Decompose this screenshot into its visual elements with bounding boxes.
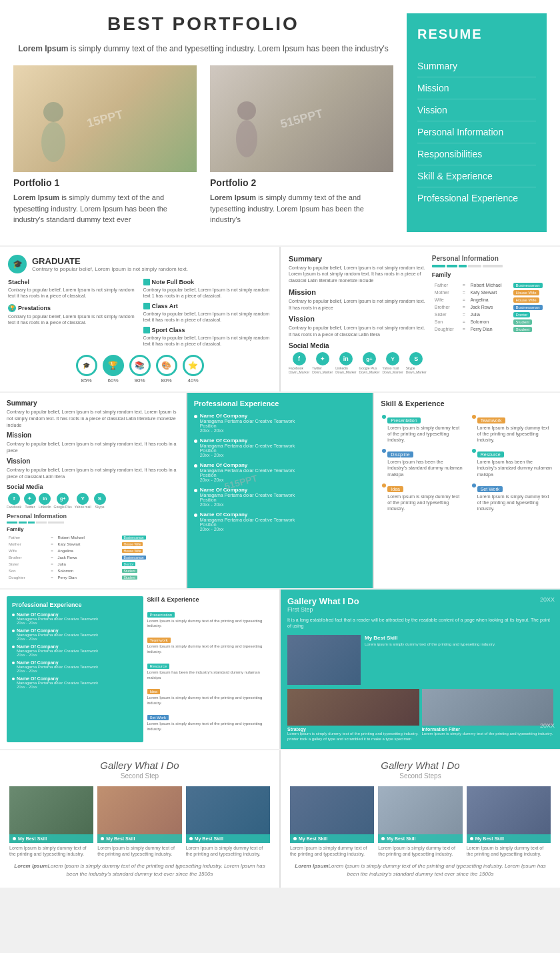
- sr-social-tw: ✦ Twitter: [24, 493, 36, 509]
- exp-item-1: Name Of Company Managama Pertama dolar C…: [194, 413, 367, 433]
- graduate-col-left: Stachel Contrary to popular belief, Lore…: [8, 279, 137, 351]
- gwid-year1: 20XX: [540, 596, 555, 603]
- skills-col-left: Presentation Lorem Ipsum is simply dummy…: [381, 413, 463, 516]
- daughter-badge: Student: [513, 327, 533, 332]
- pe2-item-4: Name Of Company Managama Pertama dolar C…: [12, 660, 138, 673]
- gallery1-skill-2: My Best Skill: [106, 836, 135, 841]
- teal-bar-seg-3: [459, 265, 467, 267]
- gallery2-grid: My Best Skill Lorem Ipsum is simply dumm…: [290, 786, 551, 857]
- gwid-filter-label: Information Filter: [422, 727, 554, 732]
- gallery2-step: Second Steps: [290, 772, 551, 780]
- gallery1-step: Second Step: [9, 772, 270, 780]
- subtitle-bold: Lorem Ipsum: [18, 44, 68, 53]
- mother-badge: House Wife: [513, 290, 539, 295]
- sidebar-item-vission[interactable]: Vission: [417, 99, 536, 121]
- sr-vission-text: Contrary to popular belief, Lorem Ipsum …: [7, 467, 179, 480]
- classart-text: Contrary to popular belief, Lorem Ipsum …: [143, 311, 272, 323]
- skill-badge-resource: Resource: [477, 451, 504, 457]
- skill-idea: Idea Lorem Ipsum is simply dummy text of…: [381, 482, 463, 512]
- header-subtitle: Lorem Ipsum is simply dummy text of the …: [13, 43, 393, 55]
- skill-dot-5: [382, 484, 386, 488]
- gallery2-item-1: My Best Skill Lorem Ipsum is simply dumm…: [290, 786, 374, 857]
- slide-row-2: Summary Contrary to popular belief, Lore…: [0, 393, 560, 588]
- skill-badge-presentation: Presentation: [387, 417, 420, 423]
- graduate-slide: 🎓 GRADUATE Contrary to popular belief, L…: [0, 247, 279, 392]
- skill-dot-1: [382, 415, 386, 419]
- exp-dot-4: [194, 489, 197, 492]
- sr-googleplus-icon: g+: [57, 493, 69, 505]
- progress-item-4: 🎨 80%: [156, 355, 177, 383]
- stachel-title: Stachel: [8, 279, 137, 285]
- sr-vission-title: Vission: [7, 457, 179, 465]
- sidebar-item-summary[interactable]: Summary: [417, 55, 536, 77]
- gallery1-item-3: My Best Skill Lorem Ipsum is simply dumm…: [186, 786, 270, 857]
- social-facebook: f FacebookDown_Marker: [289, 352, 309, 374]
- gallery1-desc-1: Lorem Ipsum is simply dummy text of the …: [9, 845, 93, 857]
- googleplus-icon: g+: [363, 352, 376, 365]
- sr-twitter-icon: ✦: [24, 493, 36, 505]
- sr-social-title: Social Media: [7, 484, 179, 490]
- page-title: BEST PORTFOLIO: [13, 13, 393, 35]
- exp-item-4: Name Of Company Managama Pertama dolar C…: [194, 487, 367, 507]
- sr-personal-info: Personal Information Family Father=Rober…: [7, 513, 179, 582]
- skill-dot-3: [382, 449, 386, 453]
- gallery2-footer-bold: Lorem Ipsum: [295, 863, 328, 869]
- gwid-skill-label: My Best Skill: [365, 635, 495, 641]
- sidebar-item-skill-experience[interactable]: Skill & Experience: [417, 165, 536, 187]
- prof-exp-slide: Professional Experience Name Of Company …: [187, 393, 373, 588]
- gallery1-item-1: My Best Skill Lorem Ipsum is simply dumm…: [9, 786, 93, 857]
- gwid-strategy-text: Lorem Ipsum is simply dummy text of the …: [287, 732, 419, 742]
- progress-label-3: 90%: [134, 377, 145, 383]
- sidebar-item-responsibilities[interactable]: Responsibilities: [417, 143, 536, 165]
- resume-sidebar: RESUME Summary Mission Vission Personal …: [407, 13, 547, 232]
- gwid-main-image: [287, 635, 361, 685]
- skill2-setwork: Set Work Lorem Ipsum is simply dummy tex…: [147, 710, 273, 732]
- facebook-label: FacebookDown_Marker: [289, 366, 309, 374]
- pe2-item-1: Name Of Company Managama Pertama dolar C…: [12, 612, 138, 625]
- progress-circle-5: ⭐: [183, 355, 204, 376]
- son-badge: Student: [513, 319, 533, 325]
- gwid-year2: 20XX: [540, 722, 555, 729]
- exp-dot-2: [194, 439, 197, 443]
- notebook-icon: [143, 279, 150, 285]
- progress-label-4: 80%: [161, 377, 171, 383]
- gwid-strategy-label: Strategy: [287, 727, 419, 732]
- gallery-left: Gallery What I Do Second Step My Best Sk…: [0, 750, 279, 888]
- portfolio-grid: 15PPT Portfolio 1 Lorem Ipsum is simply …: [13, 65, 393, 225]
- classart-icon: [143, 303, 150, 309]
- sr-social-gp: g+ Google Plus: [54, 493, 72, 509]
- family-row-mother: Mother = Katy Stewart House Wife: [433, 289, 551, 295]
- slide-row-1: 🎓 GRADUATE Contrary to popular belief, L…: [0, 247, 560, 392]
- social-yahoo: Y Yahoo mailDown_Marker: [383, 352, 403, 374]
- sr-mission-title: Mission: [7, 431, 179, 439]
- googleplus-label: Google PlusDown_Marker: [359, 366, 379, 374]
- facebook-icon: f: [293, 352, 306, 365]
- exp-items: Name Of Company Managama Pertama dolar C…: [194, 413, 367, 532]
- header-section: BEST PORTFOLIO Lorem Ipsum is simply dum…: [0, 0, 560, 245]
- header-left: BEST PORTFOLIO Lorem Ipsum is simply dum…: [13, 13, 407, 232]
- gwid-strategy-img: [287, 689, 419, 726]
- gwid-step: First Step: [287, 606, 553, 613]
- skype-icon: S: [409, 352, 423, 365]
- sr-summary-title: Summary: [7, 399, 179, 407]
- gallery2-title: Gallery What I Do: [290, 760, 551, 771]
- portfolio-image-2: 515PPT: [210, 65, 393, 172]
- sidebar-item-mission[interactable]: Mission: [417, 77, 536, 99]
- skills-col-right: Teamwork Lorem Ipsum is simply dummy tex…: [471, 413, 553, 516]
- family-row-brother: Brother = Jack Rows Businessman: [433, 304, 551, 310]
- skill-badge-discipline: Discpline: [387, 451, 413, 457]
- sidebar-item-personal-info[interactable]: Personal Information: [417, 121, 536, 143]
- teal-bar: [432, 265, 552, 267]
- brother-badge: Businessman: [513, 305, 543, 310]
- personal-info-col: Personal Information Family Father = Rob…: [432, 255, 552, 375]
- gallery1-item-2: My Best Skill Lorem Ipsum is simply dumm…: [97, 786, 181, 857]
- social-skype: S SkypeDown_Marker: [406, 352, 427, 374]
- gallery2-skill-3: My Best Skill: [475, 836, 504, 841]
- skill2: Skill & Experience Presentation Lorem Ip…: [147, 596, 273, 742]
- gallery2-img-3: My Best Skill: [467, 786, 551, 843]
- sidebar-item-professional-experience[interactable]: Professional Experience: [417, 187, 536, 209]
- portfolio-1-text: Lorem Ipsum is simply dummy text of the …: [13, 192, 197, 225]
- graduate-header: 🎓 GRADUATE Contrary to popular belief, L…: [8, 255, 271, 273]
- gallery2-img-2: My Best Skill: [378, 786, 462, 843]
- gallery2-skill-2: My Best Skill: [387, 836, 415, 841]
